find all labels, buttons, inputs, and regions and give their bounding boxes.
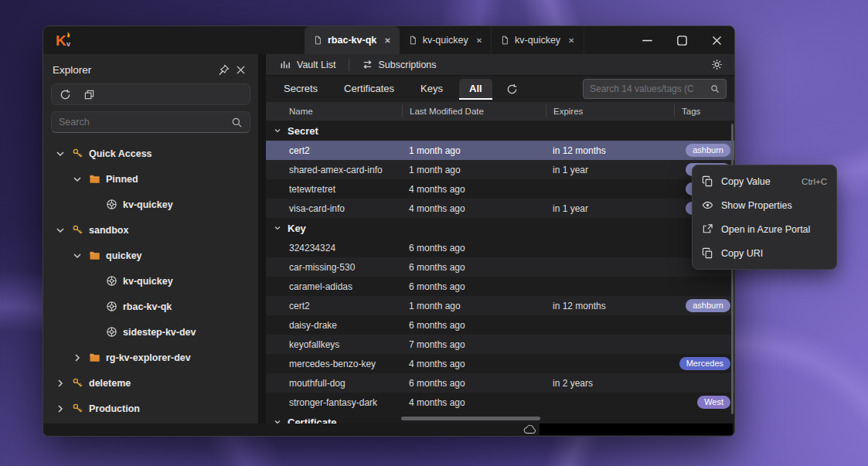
tab-close-icon[interactable]: ✕ (476, 36, 482, 45)
cell-tags: Mercedes (674, 357, 734, 370)
collapse-all-button[interactable] (83, 89, 95, 100)
tree-item-label: Pinned (106, 174, 138, 185)
tab-close-icon[interactable]: ✕ (568, 36, 574, 45)
context-menu-item-show-properties[interactable]: Show Properties (693, 193, 836, 217)
close-icon (711, 35, 723, 46)
tree-item-rbac-kv-qk[interactable]: rbac-kv-qk (43, 294, 258, 319)
group-header-key[interactable]: Key (266, 218, 734, 238)
table-row-mercedes-benzo-key[interactable]: mercedes-benzo-key4 months agoMercedes (266, 354, 734, 373)
sidebar-toolbar (51, 83, 250, 105)
table-row-mouthfull-dog[interactable]: mouthfull-dog6 months agoin 2 years (266, 373, 734, 393)
eye-icon (702, 199, 713, 211)
cell-tags: ashburn (674, 144, 734, 157)
filter-tab-all[interactable]: All (459, 79, 492, 100)
tree-item-label: sandbox (89, 225, 128, 236)
window-tab-label: kv-quickey (423, 35, 468, 46)
statusbar (43, 423, 734, 436)
cell-name: cert2 (266, 301, 402, 311)
table-row-cert2[interactable]: cert21 month agoin 12 monthsashburn (266, 141, 734, 160)
column-header-expires[interactable]: Expires (546, 105, 674, 117)
table-row-324234324[interactable]: 3242343246 months ago (266, 238, 734, 257)
sidebar-search-input[interactable] (59, 117, 231, 128)
table-row-shared-amex-card-info[interactable]: shared-amex-card-info1 month agoin 1 yea… (266, 160, 734, 179)
table-row-caramel-adidas[interactable]: caramel-adidas6 months ago (266, 277, 734, 296)
table-body: Secretcert21 month agoin 12 monthsashbur… (266, 121, 734, 423)
vault-list-button[interactable]: Vault List (274, 56, 342, 74)
group-header-secret[interactable]: Secret (266, 121, 734, 141)
external-link-icon (702, 223, 713, 235)
subscriptions-button[interactable]: Subscriptions (356, 56, 443, 74)
cell-name: visa-card-info (266, 203, 402, 214)
close-panel-button[interactable] (232, 61, 249, 78)
copy-icon (702, 175, 713, 187)
cloud-icon (523, 424, 538, 435)
maximize-button[interactable] (665, 26, 700, 54)
refresh-list-button[interactable] (502, 79, 523, 99)
window-tab-rbac-kv-qk[interactable]: rbac-kv-qk✕ (305, 26, 400, 54)
refresh-button[interactable] (60, 89, 71, 100)
tree-item-label: Production (89, 403, 140, 414)
horizontal-scrollbar[interactable] (401, 417, 540, 420)
tree-item-production[interactable]: Production (43, 396, 258, 421)
cell-modified: 4 months ago (402, 184, 546, 195)
table-row-keyofallkeys[interactable]: keyofallkeys7 months ago (266, 335, 734, 354)
tab-close-icon[interactable]: ✕ (384, 36, 390, 45)
tree-item-label: sidestep-kv-dev (123, 327, 196, 338)
doc-icon (313, 36, 322, 45)
settings-button[interactable] (706, 56, 727, 74)
tree-item-pinned[interactable]: Pinned (43, 166, 258, 192)
tree-item-kv-quickey[interactable]: kv-quickey (43, 192, 258, 217)
chevron-down-icon (273, 126, 282, 135)
tree-item-sidestep-kv-dev[interactable]: sidestep-kv-dev (43, 319, 258, 345)
chevron-down-icon (273, 223, 282, 233)
context-menu-item-copy-uri[interactable]: Copy URI (693, 241, 836, 265)
filter-tab-secrets[interactable]: Secrets (274, 79, 328, 100)
table-row-cert2[interactable]: cert21 month agoin 12 monthsashburn (266, 296, 734, 315)
tag-badge: West (697, 396, 730, 409)
table-row-visa-card-info[interactable]: visa-card-info4 months agoin 1 yearath (266, 199, 734, 218)
tag-badge: ashburn (686, 299, 730, 312)
window-tab-kv-quickey[interactable]: kv-quickey✕ (492, 26, 584, 54)
minimize-button[interactable] (630, 26, 665, 54)
chevron-down-icon (54, 224, 66, 236)
pin-panel-button[interactable] (215, 61, 232, 78)
tree-item-kv-quickey[interactable]: kv-quickey (43, 268, 258, 294)
window-tab-kv-quickey[interactable]: kv-quickey✕ (400, 26, 492, 54)
values-search-input[interactable] (590, 83, 710, 94)
filter-tab-certificates[interactable]: Certificates (334, 79, 404, 100)
cell-modified: 4 months ago (402, 397, 546, 408)
table-row-daisy-drake[interactable]: daisy-drake6 months ago (266, 315, 734, 335)
filter-tab-keys[interactable]: Keys (410, 79, 453, 100)
menu-item-label: Show Properties (721, 200, 792, 211)
cell-name: 324234324 (266, 243, 402, 253)
key-icon (72, 224, 83, 236)
tree-item-rg-kv-explorer-dev[interactable]: rg-kv-explorer-dev (43, 345, 258, 370)
vault-icon (106, 199, 117, 210)
column-header-tags[interactable]: Tags (674, 105, 734, 117)
filter-row: SecretsCertificatesKeysAll (266, 76, 734, 102)
tree-item-quickey[interactable]: quickey (43, 243, 258, 268)
window-tab-label: kv-quickey (515, 35, 560, 46)
toolbar-divider (349, 59, 349, 71)
column-header-name[interactable]: Name (266, 105, 402, 117)
vault-list-icon (280, 59, 291, 70)
cell-expires: in 1 year (546, 203, 674, 214)
table-row-tetewtretret[interactable]: tetewtretret4 months agoath (266, 179, 734, 199)
cell-name: mercedes-benzo-key (266, 359, 402, 369)
cell-name: mouthfull-dog (266, 378, 402, 389)
context-menu-item-copy-value[interactable]: Copy ValueCtrl+C (693, 169, 836, 193)
table-row-stronger-fantasy-dark[interactable]: stronger-fantasy-dark4 months agoWest (266, 393, 734, 412)
column-header-last-modified-date[interactable]: Last Modified Date (402, 105, 546, 117)
tree-item-quick-access[interactable]: Quick Access (43, 141, 258, 166)
chevron-down-icon (273, 417, 282, 423)
table-row-car-missing-530[interactable]: car-missing-5306 months ago (266, 257, 734, 277)
titlebar[interactable]: Kv rbac-kv-qk✕kv-quickey✕kv-quickey✕ (43, 26, 734, 54)
main-panel: Vault List Subscriptions SecretsCertific… (266, 54, 734, 423)
chevron-right-icon (54, 403, 66, 415)
cell-expires: in 12 months (546, 145, 674, 156)
tree-item-deleteme[interactable]: deleteme (43, 370, 258, 396)
menu-item-label: Copy Value (721, 176, 771, 187)
close-button[interactable] (700, 26, 734, 54)
tree-item-sandbox[interactable]: sandbox (43, 217, 258, 243)
context-menu-item-open-in-azure-portal[interactable]: Open in Azure Portal (693, 217, 836, 241)
